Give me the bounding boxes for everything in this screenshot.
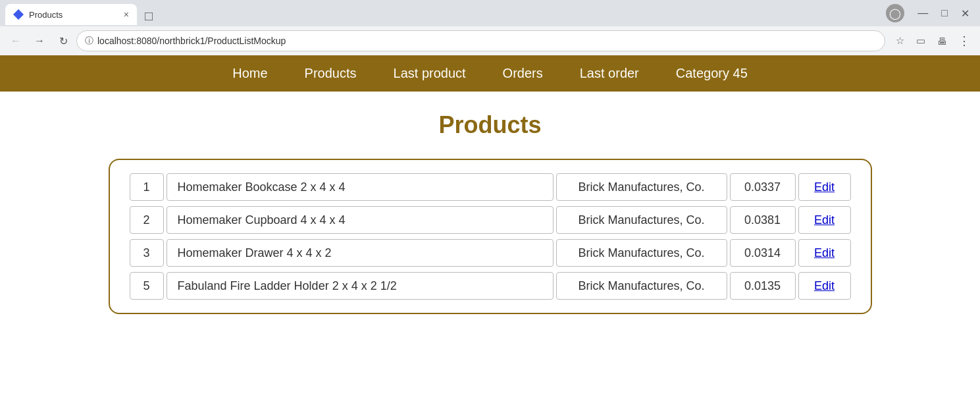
product-manufacturer: Brick Manufactures, Co. xyxy=(556,272,727,300)
page-content: Products 1 Homemaker Bookcase 2 x 4 x 4 … xyxy=(0,92,980,334)
nav-item-home[interactable]: Home xyxy=(214,55,286,92)
browser-tab[interactable]: Products × xyxy=(5,4,137,25)
nav-item-products[interactable]: Products xyxy=(286,55,375,92)
title-bar: Products × □ ◯ — □ ✕ xyxy=(0,0,980,26)
cast-icon[interactable]: ▭ xyxy=(912,32,930,50)
product-price: 0.0135 xyxy=(730,272,796,300)
product-id: 1 xyxy=(130,173,164,201)
address-bar-icons: ☆ ▭ 🖶 xyxy=(890,32,951,50)
product-edit-button[interactable]: Edit xyxy=(798,272,851,300)
more-options-button[interactable]: ⋮ xyxy=(954,30,975,51)
product-price: 0.0381 xyxy=(730,206,796,234)
profile-icon[interactable]: ◯ xyxy=(886,4,904,22)
minimize-button[interactable]: — xyxy=(912,5,933,22)
address-bar-row: ← → ↻ ⓘ localhost:8080/northbrick1/Produ… xyxy=(0,26,980,55)
product-name: Fabuland Fire Ladder Holder 2 x 4 x 2 1/… xyxy=(167,272,554,300)
back-button[interactable]: ← xyxy=(5,30,26,51)
nav-item-last-product[interactable]: Last product xyxy=(375,55,484,92)
product-row: 5 Fabuland Fire Ladder Holder 2 x 4 x 2 … xyxy=(130,272,851,300)
window-controls: ◯ — □ ✕ xyxy=(886,4,975,22)
product-name: Homemaker Cupboard 4 x 4 x 4 xyxy=(167,206,554,234)
save-icon[interactable]: 🖶 xyxy=(933,32,951,50)
product-id: 2 xyxy=(130,206,164,234)
product-manufacturer: Brick Manufactures, Co. xyxy=(556,239,727,267)
forward-button[interactable]: → xyxy=(29,30,50,51)
product-row: 1 Homemaker Bookcase 2 x 4 x 4 Brick Man… xyxy=(130,173,851,201)
product-id: 5 xyxy=(130,272,164,300)
tab-close-button[interactable]: × xyxy=(124,10,129,19)
nav-item-last-order[interactable]: Last order xyxy=(561,55,658,92)
address-bar[interactable]: ⓘ localhost:8080/northbrick1/ProductList… xyxy=(76,30,885,51)
product-price: 0.0337 xyxy=(730,173,796,201)
product-manufacturer: Brick Manufactures, Co. xyxy=(556,206,727,234)
product-row: 3 Homemaker Drawer 4 x 4 x 2 Brick Manuf… xyxy=(130,239,851,267)
product-edit-button[interactable]: Edit xyxy=(798,206,851,234)
new-tab-button[interactable]: □ xyxy=(140,7,158,25)
reload-button[interactable]: ↻ xyxy=(53,30,74,51)
security-icon: ⓘ xyxy=(85,35,93,47)
product-id: 3 xyxy=(130,239,164,267)
close-button[interactable]: ✕ xyxy=(956,5,975,22)
product-row: 2 Homemaker Cupboard 4 x 4 x 4 Brick Man… xyxy=(130,206,851,234)
product-manufacturer: Brick Manufactures, Co. xyxy=(556,173,727,201)
product-list-container: 1 Homemaker Bookcase 2 x 4 x 4 Brick Man… xyxy=(109,159,872,314)
nav-item-orders[interactable]: Orders xyxy=(484,55,561,92)
restore-button[interactable]: □ xyxy=(936,5,953,22)
product-name: Homemaker Bookcase 2 x 4 x 4 xyxy=(167,173,554,201)
product-price: 0.0314 xyxy=(730,239,796,267)
url-text: localhost:8080/northbrick1/ProductListMo… xyxy=(97,36,286,46)
nav-bar: HomeProductsLast productOrdersLast order… xyxy=(0,55,980,92)
nav-item-category-45[interactable]: Category 45 xyxy=(658,55,766,92)
product-edit-button[interactable]: Edit xyxy=(798,173,851,201)
product-edit-button[interactable]: Edit xyxy=(798,239,851,267)
bookmark-icon[interactable]: ☆ xyxy=(890,32,909,50)
page-title: Products xyxy=(13,111,967,139)
product-name: Homemaker Drawer 4 x 4 x 2 xyxy=(167,239,554,267)
tab-title: Products xyxy=(29,10,63,20)
tab-favicon xyxy=(13,9,24,20)
